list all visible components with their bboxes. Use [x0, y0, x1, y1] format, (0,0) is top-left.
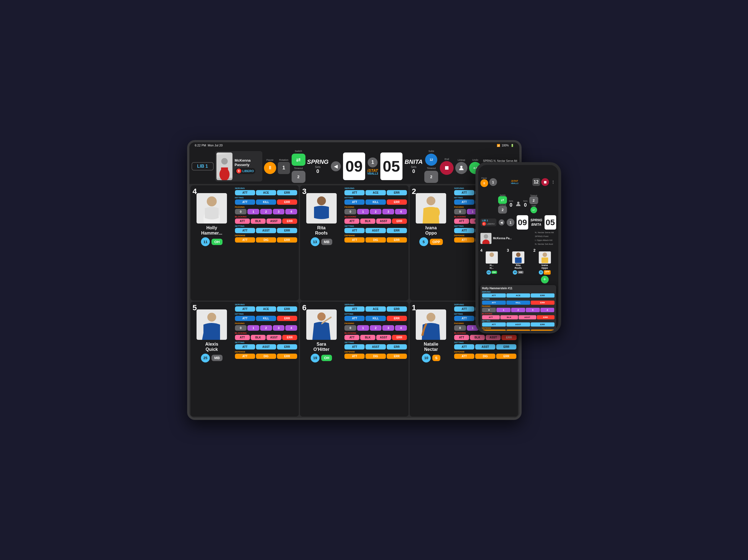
set-asst-holly[interactable]: ASST [256, 228, 276, 233]
phone-tt-block-asst[interactable]: ASST [519, 315, 536, 319]
set-asst-alexis[interactable]: ASST [256, 344, 276, 349]
block-asst-holly[interactable]: ASST [266, 219, 281, 224]
block-asst-natalie[interactable]: ASST [486, 335, 500, 340]
def-dig-sara[interactable]: DIG [366, 354, 385, 359]
phone-switch-button[interactable]: ⇄ [498, 196, 507, 204]
def-err-sara[interactable]: ERR [387, 354, 407, 359]
pass-3-holly[interactable]: 3 [273, 209, 285, 214]
set-att-sara[interactable]: ATT [345, 344, 365, 349]
block-asst-rita[interactable]: ASST [376, 219, 391, 224]
phone-more-button[interactable]: ⋮ [550, 179, 556, 186]
serve-ace-holly[interactable]: ACE [256, 190, 276, 195]
pass-1-alexis[interactable]: 1 [248, 325, 259, 331]
phone-pause-button[interactable]: ⏸ [481, 179, 488, 187]
pass-4-holly[interactable]: 4 [285, 209, 297, 214]
def-att-sara[interactable]: ATT [345, 354, 365, 359]
team-a-score-display[interactable]: 09 [343, 152, 365, 180]
set-att-rita[interactable]: ATT [345, 228, 365, 233]
set-asst-sara[interactable]: ASST [366, 344, 385, 349]
pass-0-sara[interactable]: 0 [345, 325, 356, 331]
pass-4-sara[interactable]: 4 [395, 325, 407, 331]
pass-1-holly[interactable]: 1 [248, 209, 259, 214]
set-err-natalie[interactable]: ERR [496, 344, 516, 349]
block-att-sara[interactable]: ATT [345, 335, 359, 340]
phone-tt-pass-4[interactable]: 4 [540, 308, 555, 312]
team-b-score-display[interactable]: 05 [380, 152, 402, 180]
phone-add-2[interactable]: + [541, 276, 549, 284]
block-att-rita[interactable]: ATT [345, 219, 359, 224]
phone-tt-pass-3[interactable]: 3 [526, 308, 540, 312]
def-att-natalie[interactable]: ATT [454, 354, 474, 359]
hit-kill-alexis[interactable]: KILL [256, 316, 276, 321]
set-att-natalie[interactable]: ATT [454, 344, 474, 349]
hit-att-ivana[interactable]: ATT [454, 199, 474, 205]
def-err-alexis[interactable]: ERR [277, 354, 297, 359]
pass-1-rita[interactable]: 1 [357, 209, 369, 214]
phone-tt-def-att[interactable]: ATT [482, 330, 506, 331]
hit-att-natalie[interactable]: ATT [454, 316, 474, 321]
block-blk-natalie[interactable]: BLK [470, 335, 485, 340]
serve-err-sara[interactable]: ERR [387, 307, 407, 312]
block-att-alexis[interactable]: ATT [235, 335, 250, 340]
def-err-rita[interactable]: ERR [387, 237, 407, 243]
block-err-natalie[interactable]: ERR [501, 335, 516, 340]
pass-2-sara[interactable]: 2 [370, 325, 382, 331]
phone-tt-pass-0[interactable]: 0 [482, 308, 496, 312]
block-att-natalie[interactable]: ATT [454, 335, 469, 340]
phone-undo-button[interactable]: ↩ [531, 206, 537, 213]
set-err-holly[interactable]: ERR [277, 228, 297, 233]
phone-player-2[interactable]: 2 IvanaOppo 5 OPP [532, 247, 558, 285]
pass-0-rita[interactable]: 0 [345, 209, 356, 214]
pass-4-rita[interactable]: 4 [395, 209, 407, 214]
libero-info[interactable]: McKenna Passerly 9 LIBERO [215, 151, 262, 181]
phone-player-3[interactable]: 3 RitaRoofs 13 MB [505, 247, 531, 285]
phone-tt-serve-ace[interactable]: ACE [507, 293, 530, 297]
phone-tt-hit-kill[interactable]: KILL [507, 300, 530, 305]
phone-tt-def-err[interactable]: ERR [531, 330, 555, 331]
set-err-sara[interactable]: ERR [387, 344, 407, 349]
hit-kill-rita[interactable]: KILL [366, 199, 385, 205]
pass-0-natalie[interactable]: 0 [454, 325, 466, 331]
hit-att-alexis[interactable]: ATT [235, 316, 255, 321]
serve-err-holly[interactable]: ERR [277, 190, 297, 195]
phone-tt-block-blk[interactable]: BLK [500, 315, 518, 319]
serve-ace-alexis[interactable]: ACE [256, 307, 276, 312]
def-dig-natalie[interactable]: DIG [475, 354, 495, 359]
block-blk-holly[interactable]: BLK [251, 219, 266, 224]
rotation-button[interactable]: 1 [278, 162, 290, 174]
pass-4-alexis[interactable]: 4 [285, 325, 297, 331]
serve-att-sara[interactable]: ATT [345, 307, 365, 312]
phone-tt-set-asst[interactable]: ASST [507, 322, 530, 326]
def-dig-alexis[interactable]: DIG [256, 354, 276, 359]
hit-err-alexis[interactable]: ERR [277, 316, 297, 321]
hit-kill-sara[interactable]: KILL [366, 316, 385, 321]
pass-0-alexis[interactable]: 0 [235, 325, 247, 331]
score-arrow-left[interactable]: ◀ [331, 161, 341, 171]
block-blk-rita[interactable]: BLK [360, 219, 375, 224]
phone-tt-def-dig[interactable]: DIG [507, 330, 530, 331]
pass-3-alexis[interactable]: 3 [273, 325, 285, 331]
serve-ace-rita[interactable]: ACE [366, 190, 385, 195]
pass-1-sara[interactable]: 1 [357, 325, 369, 331]
set-att-holly[interactable]: ATT [235, 228, 255, 233]
pass-2-rita[interactable]: 2 [370, 209, 382, 214]
block-blk-sara[interactable]: BLK [360, 335, 375, 340]
phone-tt-block-att[interactable]: ATT [482, 315, 500, 319]
def-att-ivana[interactable]: ATT [454, 237, 474, 243]
def-dig-holly[interactable]: DIG [256, 237, 276, 243]
switch-button[interactable]: ⇄ [291, 154, 305, 166]
block-asst-sara[interactable]: ASST [376, 335, 391, 340]
phone-tt-hit-err[interactable]: ERR [531, 300, 555, 305]
phone-tt-pass-2[interactable]: 2 [511, 308, 525, 312]
hit-err-sara[interactable]: ERR [387, 316, 407, 321]
set-att-ivana[interactable]: ATT [454, 228, 474, 233]
phone-team-a-score[interactable]: 09 [517, 215, 528, 229]
pass-0-holly[interactable]: 0 [235, 209, 247, 214]
timeout-right-button[interactable]: 2 [424, 171, 438, 183]
phone-tt-block-err[interactable]: ERR [537, 315, 555, 319]
phone-tt-set-err[interactable]: ERR [531, 322, 555, 326]
pass-3-sara[interactable]: 3 [382, 325, 394, 331]
end-button[interactable]: ⏹ [440, 161, 453, 175]
hit-kill-holly[interactable]: KILL [256, 199, 276, 205]
set-err-rita[interactable]: ERR [387, 228, 407, 233]
